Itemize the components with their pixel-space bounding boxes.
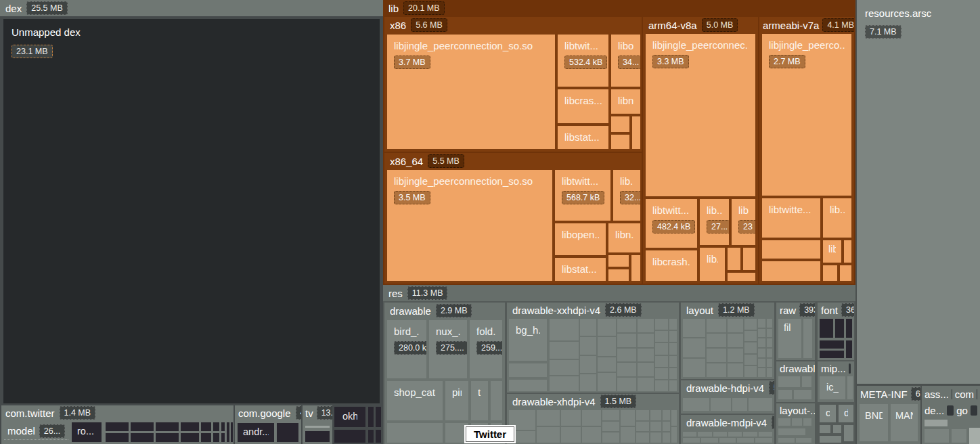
raw-header[interactable]: raw 393 [776,303,815,317]
treemap-cell[interactable] [663,422,671,432]
section-mipmap[interactable]: mip... ic_ [818,361,854,402]
treemap-cell[interactable] [181,433,199,442]
treemap-cell[interactable] [201,422,211,431]
treemap-cell[interactable] [617,363,636,376]
treemap-cell[interactable] [802,376,811,387]
section-drawable[interactable]: drawable 2.9 MB bird_... 280.0 kB nux_..… [384,303,505,444]
panel-dex[interactable]: dex 25.5 MB Unmapped dex 23.1 MB com.twi… [0,0,383,444]
cell-lib2[interactable]: lib [823,240,841,263]
cell-grid[interactable] [106,422,225,442]
treemap-cell[interactable] [201,433,211,442]
treemap-cell[interactable] [683,438,700,443]
cell-man[interactable]: MAN... [891,404,918,441]
cell-bg-h[interactable]: bg_h... [509,319,547,361]
assets-header[interactable]: ass... com [922,386,980,402]
treemap-cell[interactable] [636,422,649,432]
treemap-cell[interactable] [762,240,820,259]
cell-lib32[interactable]: lib... 32... [613,170,640,221]
section-font[interactable]: font 36 [818,303,854,360]
treemap-cell[interactable] [550,376,579,391]
treemap-cell[interactable] [952,429,966,443]
treemap-cell[interactable] [663,432,671,443]
treemap-cell[interactable] [728,334,743,347]
treemap-cell[interactable] [509,380,547,391]
treemap-cell[interactable] [778,418,790,426]
treemap-cell[interactable] [650,422,661,432]
treemap-cell[interactable] [671,427,677,443]
section-layout-other[interactable]: layout-... [776,403,815,444]
cell-bnd[interactable]: BND... [860,404,888,441]
treemap-cell[interactable] [844,425,853,441]
cell-font-file[interactable] [846,340,852,358]
treemap-cell[interactable] [550,319,579,340]
treemap-cell[interactable] [638,319,654,332]
treemap-cell[interactable] [655,368,668,379]
treemap-cell[interactable] [213,433,219,442]
treemap-cell[interactable] [925,429,949,443]
treemap-cell[interactable] [602,422,619,432]
treemap-cell[interactable] [638,378,654,391]
treemap-cell[interactable] [744,331,756,342]
treemap-cell[interactable] [580,356,596,373]
treemap-cell[interactable] [156,433,179,442]
treemap-cell[interactable] [669,343,677,354]
section-model[interactable]: model 26... [4,422,68,440]
treemap-cell[interactable] [617,319,636,332]
treemap-cell[interactable] [580,337,596,354]
cell-grid[interactable] [683,319,772,377]
cell-libtwit[interactable]: libtwit... 532.4 kB [558,35,608,87]
cell-grid[interactable] [778,418,811,426]
section-com-google[interactable]: com.google 41 andr... [235,405,301,444]
cell-ro[interactable]: ro... [72,422,102,442]
treemap-cell[interactable] [683,338,705,357]
treemap-cell[interactable] [580,319,596,336]
treemap-cell[interactable] [707,349,726,362]
treemap-cell[interactable] [767,319,772,328]
cell-grid[interactable] [683,432,772,443]
treemap-cell[interactable] [621,410,635,426]
cell-okh[interactable]: okh [334,407,365,427]
section-meta-inf[interactable]: META-INF 654.... BND... MAN... [857,386,920,444]
treemap-cell[interactable] [376,430,381,443]
treemap-cell[interactable] [655,356,668,367]
treemap-cell[interactable] [655,343,668,354]
cell-resources-arsc[interactable]: resources.arsc 7.1 MB [857,0,980,384]
cell-t[interactable]: t [471,381,488,420]
section-drawable-hdpi[interactable]: drawable-hdpi-v4 563 [681,380,774,414]
treemap-cell[interactable] [650,410,661,420]
treemap-cell[interactable] [744,355,756,365]
treemap-cell[interactable] [617,378,636,391]
treemap-cell[interactable] [611,135,629,149]
treemap-cell[interactable] [106,422,129,431]
cell-libn[interactable]: libn... [608,223,640,252]
treemap-cell[interactable] [767,338,772,347]
treemap-cell[interactable] [181,422,199,431]
treemap-cell[interactable] [608,255,629,267]
section-arm64-v8a[interactable]: arm64-v8a 5.0 MB libjingle_peerconnec...… [643,17,758,284]
treemap-cell[interactable] [767,368,772,377]
treemap-cell[interactable] [844,240,851,263]
treemap-cell[interactable] [608,269,629,281]
treemap-cell[interactable] [305,426,330,428]
treemap-cell[interactable] [969,428,980,444]
treemap-cell[interactable] [728,319,743,332]
cell-fold[interactable]: fold... 259.... [470,320,502,378]
treemap-cell[interactable] [683,359,705,377]
treemap-cell[interactable] [580,374,596,391]
layout-other-header[interactable]: layout-... [776,403,815,417]
cell-grid[interactable] [550,319,677,391]
treemap-cell[interactable] [561,410,581,426]
section-drawabl-other[interactable]: drawabl... [776,361,815,402]
treemap-cell[interactable] [728,273,755,281]
treemap-cell[interactable] [617,334,636,347]
treemap-cell[interactable] [796,438,812,443]
treemap-cell[interactable] [701,438,718,443]
panel-res[interactable]: res 11.3 MB drawable 2.9 MB bird_... 280… [383,285,855,444]
layout-header[interactable]: layout 1.2 MB [681,303,774,317]
treemap-cell[interactable] [671,410,677,426]
cell-libstat[interactable]: libstat... [558,126,608,149]
treemap-cell[interactable] [131,433,154,442]
treemap-cell[interactable] [621,427,635,443]
treemap-cell[interactable] [732,398,747,411]
xxhdpi-header[interactable]: drawable-xxhdpi-v4 2.6 MB [507,303,679,317]
